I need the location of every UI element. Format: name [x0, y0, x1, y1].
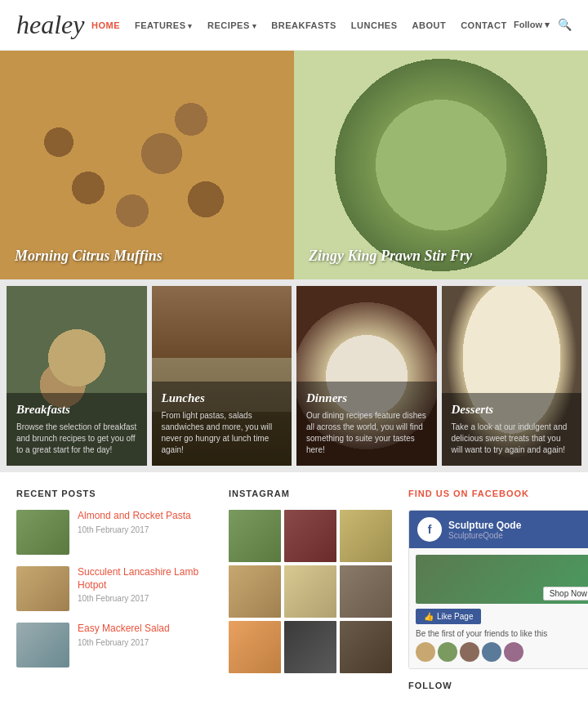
- nav-contact[interactable]: CONTACT: [461, 20, 506, 30]
- hero-item-prawn[interactable]: Zingy King Prawn Stir Fry: [294, 51, 588, 279]
- fb-header: f Sculpture Qode SculptureQode: [409, 511, 588, 548]
- fb-like-page-button[interactable]: 👍 Like Page: [416, 609, 481, 624]
- facebook-section: FIND US ON FACEBOOK f Sculpture Qode Scu…: [408, 489, 588, 701]
- fb-page-sub: SculptureQode: [448, 531, 521, 540]
- hero-prawn-title: Zingy King Prawn Stir Fry: [309, 248, 472, 265]
- instagram-section: INSTAGRAM: [229, 489, 392, 701]
- nav-lunches[interactable]: LUNCHES: [351, 20, 398, 30]
- breakfasts-overlay: Breakfasts Browse the selection of break…: [7, 393, 147, 466]
- fb-page-info: Sculpture Qode SculptureQode: [448, 520, 521, 540]
- follow-label: FOLLOW: [408, 681, 588, 690]
- post-date-1: 10th February 2017: [78, 525, 212, 534]
- facebook-section-title: FIND US ON FACEBOOK: [408, 489, 588, 498]
- hero-grid: Morning Citrus Muffins Zingy King Prawn …: [0, 51, 588, 279]
- fb-avatar-1: [416, 642, 435, 662]
- nav-breakfasts[interactable]: BREAKFASTS: [271, 20, 336, 30]
- fb-friends-text: Be the first of your friends to like thi…: [416, 629, 588, 638]
- header: healey HOME FEATURES RECIPES BREAKFASTS …: [0, 0, 588, 51]
- fb-avatar-3: [460, 642, 479, 662]
- bottom-section: RECENT POSTS Almond and Rocket Pasta 10t…: [0, 472, 588, 701]
- hero-prawn-image: [294, 51, 588, 279]
- ig-thumb-2[interactable]: [284, 510, 336, 562]
- ig-thumb-1[interactable]: [229, 510, 281, 562]
- nav-about[interactable]: ABOUT: [412, 20, 447, 30]
- fb-thumbs-up-icon: 👍: [424, 612, 434, 621]
- instagram-grid: [229, 510, 392, 673]
- desserts-title: Desserts: [452, 403, 572, 417]
- hero-muffin-title: Morning Citrus Muffins: [15, 248, 163, 265]
- lunches-desc: From light pastas, salads sandwiches and…: [162, 410, 283, 456]
- category-grid: Breakfasts Browse the selection of break…: [0, 279, 588, 472]
- desserts-desc: Take a look at our indulgent and delicio…: [452, 422, 572, 456]
- follow-button[interactable]: Follow: [514, 20, 550, 30]
- category-dinners[interactable]: Dinners Our dining recipes feature dishe…: [296, 286, 437, 466]
- dinners-desc: Our dining recipes feature dishes all ac…: [306, 410, 427, 456]
- fb-like-row: 👍 Like Page: [416, 609, 588, 624]
- post-info-2: Succulent Lancashire Lamb Hotpot 10th Fe…: [78, 566, 212, 603]
- breakfasts-desc: Browse the selection of breakfast and br…: [16, 422, 137, 456]
- ig-thumb-7[interactable]: [229, 621, 281, 673]
- breakfasts-title: Breakfasts: [16, 403, 137, 417]
- fb-avatar-2: [438, 642, 457, 662]
- ig-thumb-4[interactable]: [229, 565, 281, 618]
- fb-body: Shop Now 👍 Like Page Be the first of you…: [409, 548, 588, 668]
- post-info-3: Easy Mackerel Salad 10th February 2017: [78, 623, 212, 647]
- category-lunches[interactable]: Lunches From light pastas, salads sandwi…: [152, 286, 292, 466]
- category-desserts[interactable]: Desserts Take a look at our indulgent an…: [442, 286, 582, 466]
- post-thumb-pasta: [16, 510, 69, 555]
- nav-features[interactable]: FEATURES: [135, 20, 193, 30]
- post-info-1: Almond and Rocket Pasta 10th February 20…: [78, 510, 212, 534]
- fb-page-name: Sculpture Qode: [448, 520, 521, 531]
- fb-shop-now-button[interactable]: Shop Now: [543, 587, 588, 601]
- dinners-overlay: Dinners Our dining recipes feature dishe…: [296, 382, 437, 466]
- lunches-title: Lunches: [162, 391, 283, 405]
- post-thumb-mackerel: [16, 623, 69, 668]
- ig-thumb-8[interactable]: [284, 621, 336, 673]
- hero-item-muffins[interactable]: Morning Citrus Muffins: [0, 51, 294, 279]
- nav: HOME FEATURES RECIPES BREAKFASTS LUNCHES…: [91, 20, 507, 30]
- ig-thumb-3[interactable]: [340, 510, 392, 562]
- facebook-widget: f Sculpture Qode SculptureQode Shop Now …: [408, 510, 588, 669]
- nav-home[interactable]: HOME: [91, 20, 120, 30]
- follow-section: FOLLOW ♥ f G+ in 🐦 P ▶: [408, 681, 588, 701]
- fb-cover-image: Shop Now: [416, 555, 588, 604]
- post-date-2: 10th February 2017: [78, 594, 212, 603]
- fb-avatars: [416, 642, 588, 662]
- dinners-title: Dinners: [306, 391, 427, 405]
- post-thumb-lamb: [16, 566, 69, 611]
- post-item-1: Almond and Rocket Pasta 10th February 20…: [16, 510, 212, 555]
- post-date-3: 10th February 2017: [78, 638, 212, 647]
- recent-posts-title: RECENT POSTS: [16, 489, 212, 498]
- fb-logo-icon: f: [417, 517, 442, 542]
- post-item-2: Succulent Lancashire Lamb Hotpot 10th Fe…: [16, 566, 212, 611]
- post-item-3: Easy Mackerel Salad 10th February 2017: [16, 623, 212, 668]
- category-breakfasts[interactable]: Breakfasts Browse the selection of break…: [7, 286, 147, 466]
- ig-thumb-5[interactable]: [284, 565, 336, 618]
- post-title-1[interactable]: Almond and Rocket Pasta: [78, 510, 212, 523]
- post-title-2[interactable]: Succulent Lancashire Lamb Hotpot: [78, 566, 212, 592]
- search-icon[interactable]: 🔍: [558, 18, 572, 32]
- ig-thumb-9[interactable]: [340, 621, 392, 673]
- desserts-overlay: Desserts Take a look at our indulgent an…: [442, 393, 582, 466]
- header-right: Follow 🔍: [514, 18, 572, 32]
- hero-muffin-image: [0, 51, 294, 279]
- post-title-3[interactable]: Easy Mackerel Salad: [78, 623, 212, 636]
- nav-recipes[interactable]: RECIPES: [207, 20, 256, 30]
- fb-avatar-4: [482, 642, 501, 662]
- fb-avatar-5: [504, 642, 523, 662]
- logo[interactable]: healey: [16, 10, 85, 40]
- ig-thumb-6[interactable]: [340, 565, 392, 618]
- lunches-overlay: Lunches From light pastas, salads sandwi…: [152, 382, 292, 466]
- recent-posts-section: RECENT POSTS Almond and Rocket Pasta 10t…: [16, 489, 212, 701]
- instagram-title: INSTAGRAM: [229, 489, 392, 498]
